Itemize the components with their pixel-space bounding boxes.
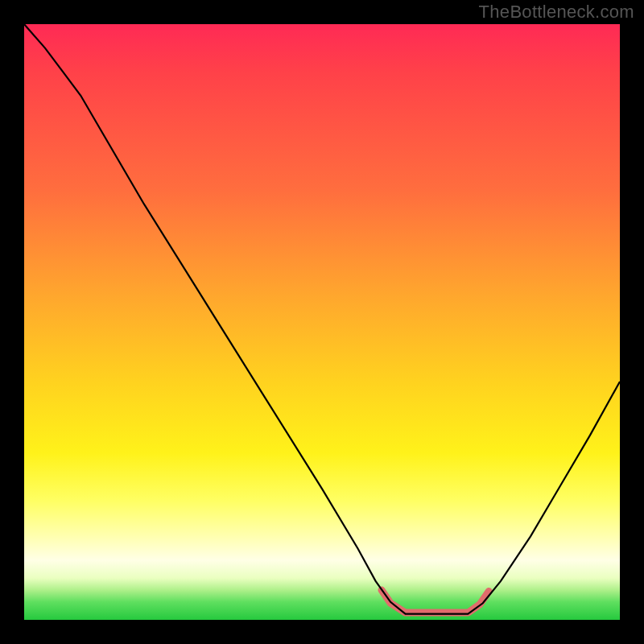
- valley-highlight-path: [382, 590, 489, 613]
- curve-layer: [24, 24, 620, 620]
- plot-area: [24, 24, 620, 620]
- chart-stage: TheBottleneck.com: [0, 0, 644, 644]
- watermark-label: TheBottleneck.com: [479, 2, 634, 23]
- main-curve-path: [24, 24, 620, 614]
